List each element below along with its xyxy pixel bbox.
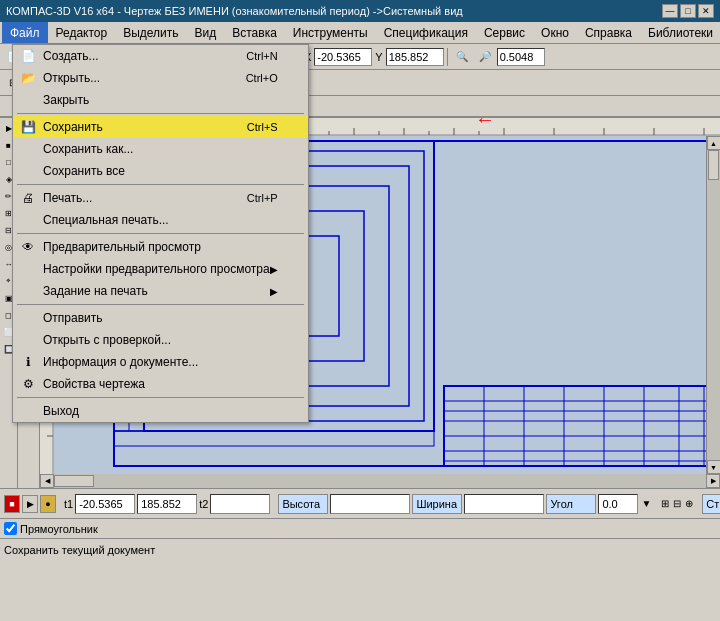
title-text: КОМПАС-3D V16 x64 - Чертеж БЕЗ ИМЕНИ (оз… [6, 5, 463, 17]
bt-angle-dropdown[interactable]: ▼ [640, 493, 652, 515]
preview-settings-label: Настройки предварительного просмотра [43, 262, 270, 276]
menu-service[interactable]: Сервис [476, 22, 533, 43]
bt-height-input[interactable] [330, 494, 410, 514]
menu-open[interactable]: 📂 Открыть... Ctrl+O [13, 67, 308, 89]
menu-create[interactable]: 📄 Создать... Ctrl+N [13, 45, 308, 67]
tb-zoom-input[interactable] [497, 48, 545, 66]
menu-close[interactable]: Закрыть [13, 89, 308, 111]
h-scroll-area: ◀ ▶ [40, 474, 720, 488]
red-arrow: ← [475, 108, 495, 131]
menu-save-as[interactable]: Сохранить как... [13, 138, 308, 160]
create-label: Создать... [43, 49, 99, 63]
preview-settings-arrow: ▶ [270, 264, 278, 275]
menu-exit[interactable]: Выход [13, 400, 308, 422]
menu-edit[interactable]: Редактор [48, 22, 116, 43]
maximize-button[interactable]: □ [680, 4, 696, 18]
exit-label: Выход [43, 404, 79, 418]
svg-rect-45 [114, 431, 434, 446]
special-print-icon [19, 211, 37, 229]
tb-zoom-out[interactable]: 🔎 [474, 46, 496, 68]
create-icon: 📄 [19, 47, 37, 65]
drawing-props-label: Свойства чертежа [43, 377, 145, 391]
menu-help[interactable]: Справка [577, 22, 640, 43]
menu-send[interactable]: Отправить [13, 307, 308, 329]
sep2 [17, 184, 304, 185]
menu-tools[interactable]: Инструменты [285, 22, 376, 43]
bt-x-input[interactable] [75, 494, 135, 514]
scroll-right-btn[interactable]: ▶ [706, 474, 720, 488]
menu-print[interactable]: 🖨 Печать... Ctrl+P [13, 187, 308, 209]
minimize-button[interactable]: — [662, 4, 678, 18]
menu-select[interactable]: Выделить [115, 22, 186, 43]
v-scroll-track[interactable] [707, 150, 720, 460]
menu-window[interactable]: Окно [533, 22, 577, 43]
scroll-down-btn[interactable]: ▼ [707, 460, 721, 474]
checkbox-row: Прямоугольник [0, 518, 720, 538]
bt-width-input[interactable] [464, 494, 544, 514]
menu-preview-settings[interactable]: Настройки предварительного просмотра ▶ [13, 258, 308, 280]
exit-icon [19, 402, 37, 420]
menu-open-check[interactable]: Открыть с проверкой... [13, 329, 308, 351]
menu-print-task[interactable]: Задание на печать ▶ [13, 280, 308, 302]
scroll-left-btn[interactable]: ◀ [40, 474, 54, 488]
save-as-label: Сохранить как... [43, 142, 133, 156]
play-btn[interactable]: ▶ [22, 495, 38, 513]
svg-rect-46 [444, 386, 706, 466]
rectangle-label: Прямоугольник [20, 523, 98, 535]
save-shortcut: Ctrl+S [247, 121, 278, 133]
bt-t2: t2 [199, 498, 208, 510]
bt-icon2[interactable]: ⊟ [672, 493, 682, 515]
save-all-label: Сохранить все [43, 164, 125, 178]
menu-drawing-props[interactable]: ⚙ Свойства чертежа [13, 373, 308, 395]
preview-icon: 👁 [19, 238, 37, 256]
v-scroll: ▲ ▼ [706, 136, 720, 474]
menu-libs[interactable]: Библиотеки [640, 22, 720, 43]
save-all-icon [19, 162, 37, 180]
file-dropdown-menu: 📄 Создать... Ctrl+N 📂 Открыть... Ctrl+O … [12, 44, 309, 423]
bt-t1: t1 [64, 498, 73, 510]
tb-sep5 [447, 48, 448, 66]
sep1 [17, 113, 304, 114]
bt-height-label: Высота [278, 494, 328, 514]
rectangle-checkbox[interactable] [4, 522, 17, 535]
bt-icon1[interactable]: ⊞ [660, 493, 670, 515]
print-task-icon [19, 282, 37, 300]
menu-view[interactable]: Вид [187, 22, 225, 43]
h-scroll-track[interactable] [54, 474, 706, 488]
menu-file[interactable]: Файл [2, 22, 48, 43]
save-as-icon [19, 140, 37, 158]
menu-insert[interactable]: Вставка [224, 22, 285, 43]
open-label: Открыть... [43, 71, 100, 85]
bt-style-label: Стиль [702, 494, 720, 514]
close-label: Закрыть [43, 93, 89, 107]
tb-x-input[interactable] [314, 48, 372, 66]
tb-y-input[interactable] [386, 48, 444, 66]
menu-preview[interactable]: 👁 Предварительный просмотр [13, 236, 308, 258]
create-shortcut: Ctrl+N [246, 50, 277, 62]
bt-icon3[interactable]: ⊕ [684, 493, 694, 515]
bt-angle-input[interactable] [598, 494, 638, 514]
menu-save-all[interactable]: Сохранить все [13, 160, 308, 182]
record-btn[interactable]: ● [40, 495, 56, 513]
print-doc-icon: 🖨 [19, 189, 37, 207]
title-bar-buttons: — □ ✕ [662, 4, 714, 18]
menu-special-print[interactable]: Специальная печать... [13, 209, 308, 231]
close-button[interactable]: ✕ [698, 4, 714, 18]
tb-zoom-in[interactable]: 🔍 [451, 46, 473, 68]
title-bar: КОМПАС-3D V16 x64 - Чертеж БЕЗ ИМЕНИ (оз… [0, 0, 720, 22]
tb-y: Y [373, 51, 384, 63]
bt-y-input[interactable] [137, 494, 197, 514]
doc-info-icon: ℹ [19, 353, 37, 371]
bt-r-input[interactable] [210, 494, 270, 514]
preview-label: Предварительный просмотр [43, 240, 201, 254]
stop-btn[interactable]: ■ [4, 495, 20, 513]
save-label: Сохранить [43, 120, 103, 134]
save-doc-icon: 💾 [19, 118, 37, 136]
send-icon [19, 309, 37, 327]
print-label: Печать... [43, 191, 92, 205]
menu-spec[interactable]: Спецификация [376, 22, 476, 43]
menu-bar: Файл Редактор Выделить Вид Вставка Инстр… [0, 22, 720, 44]
menu-doc-info[interactable]: ℹ Информация о документе... [13, 351, 308, 373]
scroll-up-btn[interactable]: ▲ [707, 136, 721, 150]
menu-save[interactable]: 💾 Сохранить Ctrl+S [13, 116, 308, 138]
